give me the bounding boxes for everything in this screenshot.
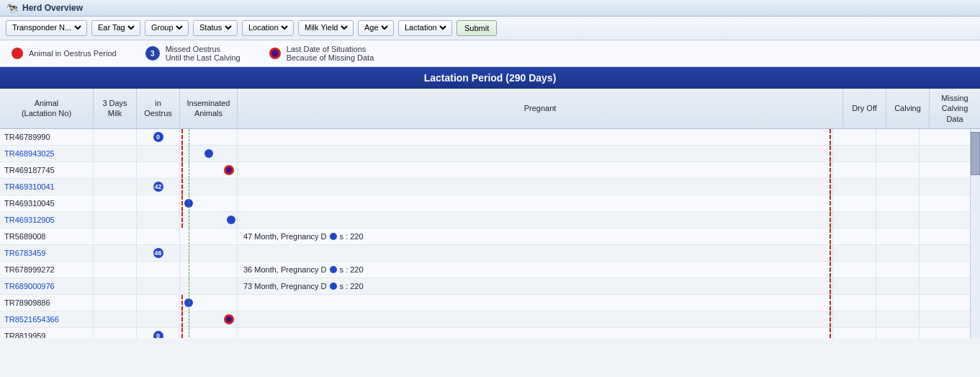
cell-calving [876,129,920,145]
scrollbar-thumb[interactable] [971,132,980,175]
vline-green-1 [189,129,189,145]
cell-dryoff [833,129,876,145]
cell-dryoff [833,229,876,244]
table-row: TR6783459 46 [0,245,970,262]
vline-red-pregnant13 [830,328,831,338]
vline-red-4 [181,179,183,195]
cell-inseminated [180,212,238,228]
cell-3days [94,212,137,228]
cell-animal: TR469187745 [0,162,94,178]
vline-green-2 [189,146,189,161]
cell-in-oestrus [137,146,180,161]
age-select[interactable]: Age [361,22,390,32]
cell-inseminated [180,278,238,294]
cell-dryoff [833,245,876,261]
cell-in-oestrus [137,229,180,244]
cell-pregnant [238,328,833,338]
cell-dryoff [833,179,876,195]
col-header-pregnant: Pregnant [238,89,843,128]
table-row: TR678999272 36 Month, Pregnancy Ds : 220 [0,262,970,278]
cell-dryoff [833,146,876,161]
cell-3days [94,328,137,338]
oestrus-badge-42: 42 [153,182,163,192]
cell-pregnant [238,311,833,327]
cell-dryoff [833,278,876,294]
cell-calving [876,179,920,195]
vline-green-7 [189,229,189,244]
cell-inseminated [180,229,238,244]
transponder-select[interactable]: Transponder N... [9,22,84,32]
cell-in-oestrus: 42 [137,179,180,195]
cell-calving [876,311,920,327]
group-select[interactable]: Group [148,22,185,32]
cell-in-oestrus [137,262,180,278]
cell-in-oestrus [137,311,180,327]
milkyield-filter[interactable]: Milk Yield [298,20,354,36]
vline-green-6 [189,212,189,228]
transponder-filter[interactable]: Transponder N... [6,20,87,36]
eartag-select[interactable]: Ear Tag [95,22,137,32]
submit-button[interactable]: Submit [457,20,497,36]
cell-inseminated [180,162,238,178]
cell-animal[interactable]: TR469310041 [0,179,94,195]
title-bar: 🐄 Herd Overview [0,0,980,17]
col-header-3days: 3 DaysMilk [94,89,137,128]
cell-animal[interactable]: TR468943025 [0,146,94,161]
cell-missing [920,162,970,178]
legend-oestrus-label: Animal in Oestrus Period [29,49,117,58]
group-filter[interactable]: Group [145,20,189,36]
inseminated-dot-11 [184,298,193,307]
vline-green-12 [189,311,189,327]
vline-red-3 [181,162,183,178]
cell-in-oestrus [137,295,180,311]
table-row: TR469187745 [0,162,970,179]
cell-inseminated [180,262,238,278]
vline-red-pregnant9 [830,262,831,278]
cell-missing [920,195,970,211]
cell-missing [920,328,970,338]
cell-animal[interactable]: TR8521654366 [0,311,94,327]
section-header: Lactation Period (290 Days) [0,67,980,89]
col-header-missing: MissingCalving Data [930,89,980,128]
legend-last-date: Last Date of SituationsBecause of Missin… [269,45,374,62]
cell-3days [94,245,137,261]
cell-in-oestrus: 46 [137,245,180,261]
vline-red-pregnant11 [830,295,831,311]
col-header-dryoff: Dry Off [843,89,886,128]
cell-inseminated [180,311,238,327]
lactation-select[interactable]: Lactation [402,22,449,32]
cell-3days [94,179,137,195]
status-select[interactable]: Status [197,22,234,32]
cell-3days [94,278,137,294]
scrollbar[interactable] [970,129,980,338]
col-header-calving: Calving [886,89,930,128]
cell-missing [920,212,970,228]
milkyield-select[interactable]: Milk Yield [302,22,350,32]
blue-badge-icon: 3 [145,46,160,61]
cell-3days [94,311,137,327]
location-filter[interactable]: Location [242,20,294,36]
oestrus-badge: 0 [153,132,163,142]
cell-calving [876,195,920,211]
age-filter[interactable]: Age [358,20,394,36]
vline-green-8 [189,245,189,261]
cell-missing [920,129,970,145]
status-filter[interactable]: Status [193,20,238,36]
cell-animal[interactable]: TR689000976 [0,278,94,294]
cell-dryoff [833,212,876,228]
eartag-filter[interactable]: Ear Tag [91,20,140,36]
location-select[interactable]: Location [246,22,290,32]
lactation-filter[interactable]: Lactation [398,20,452,36]
cell-missing [920,229,970,244]
cell-dryoff [833,328,876,338]
cell-pregnant: 47 Month, Pregnancy Ds : 220 [238,229,833,244]
table-row: TR468943025 [0,146,970,162]
cell-3days [94,146,137,161]
vline-red-13 [181,328,183,338]
cell-animal[interactable]: TR6783459 [0,245,94,261]
cell-animal[interactable]: TR469312905 [0,212,94,228]
cell-pregnant [238,146,833,161]
cell-animal: TR78909886 [0,295,94,311]
cell-calving [876,229,920,244]
cell-animal: TR678999272 [0,262,94,278]
